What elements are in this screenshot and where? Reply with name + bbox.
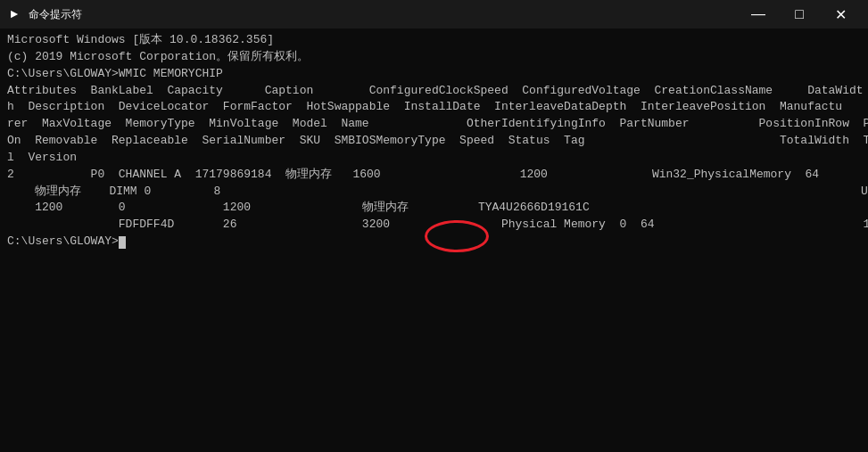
console-line-13: FDFDFF4D 26 3200 Physical Memory 0 64 16… [7, 217, 861, 234]
console-line-9: l Version [7, 150, 861, 167]
console-line-6: h Description DeviceLocator FormFactor H… [7, 99, 861, 116]
maximize-button[interactable]: □ [779, 0, 820, 29]
window-title: 命令提示符 [29, 7, 82, 22]
title-bar: ► 命令提示符 — □ ✕ [0, 0, 868, 29]
console-output[interactable]: Microsoft Windows [版本 10.0.18362.356] (c… [0, 29, 868, 452]
console-line-10: 2 P0 CHANNEL A 17179869184 物理内存 1600 120… [7, 167, 861, 184]
cmd-icon: ► [7, 7, 21, 21]
console-line-2: (c) 2019 Microsoft Corporation。保留所有权利。 [7, 49, 861, 66]
minimize-button[interactable]: — [738, 0, 779, 29]
console-line-11: 物理内存 DIMM 0 8 Unknown [7, 184, 861, 201]
cmd-window: ► 命令提示符 — □ ✕ Microsoft Windows [版本 10.0… [0, 0, 868, 452]
console-line-5: Attributes BankLabel Capacity Caption Co… [7, 83, 861, 100]
console-line-12: 1200 0 1200 物理内存 TYA4U2666D19161C [7, 200, 861, 217]
console-prompt-line: C:\Users\GLOWAY> [7, 234, 861, 251]
cursor [119, 236, 126, 249]
console-line-1: Microsoft Windows [版本 10.0.18362.356] [7, 32, 861, 49]
prompt-text: C:\Users\GLOWAY> [7, 234, 119, 251]
close-button[interactable]: ✕ [820, 0, 861, 29]
title-bar-left: ► 命令提示符 [7, 7, 82, 22]
console-line-7: rer MaxVoltage MemoryType MinVoltage Mod… [7, 116, 861, 133]
console-line-4: C:\Users\GLOWAY>WMIC MEMORYCHIP [7, 66, 861, 83]
window-controls: — □ ✕ [738, 0, 861, 29]
console-line-8: On Removable Replaceable SerialNumber SK… [7, 133, 861, 150]
